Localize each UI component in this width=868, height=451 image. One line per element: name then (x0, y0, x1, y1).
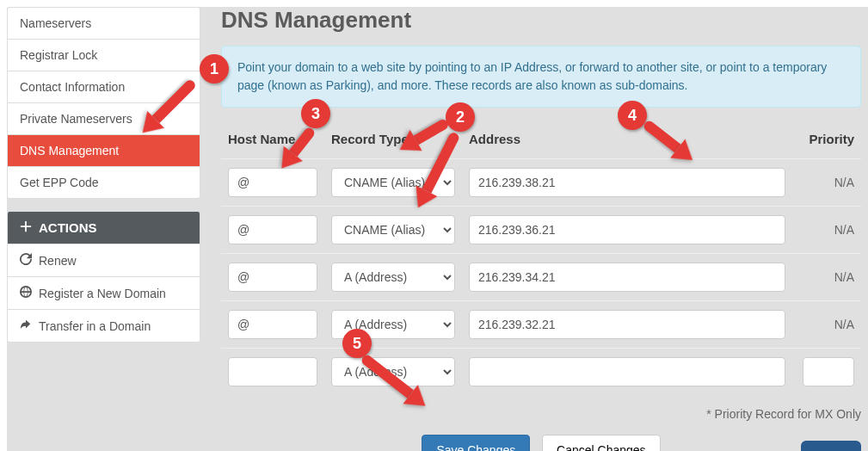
cancel-button[interactable]: Cancel Changes (542, 435, 661, 451)
priority-input[interactable] (803, 357, 854, 386)
address-input[interactable] (469, 168, 785, 197)
table-row: A (Address)CNAME (Alias)N/A (221, 301, 861, 349)
hostname-input[interactable] (228, 310, 317, 339)
recordtype-select[interactable]: A (Address)CNAME (Alias) (331, 310, 455, 339)
sidebar-item-registrar-lock[interactable]: Registrar Lock (8, 40, 200, 71)
save-button[interactable]: Save Changes (422, 435, 530, 451)
action-renew[interactable]: Renew (8, 244, 200, 276)
col-recordtype: Record Type (324, 125, 462, 159)
sidebar-item-dns-management[interactable]: DNS Management (8, 135, 200, 167)
hostname-input[interactable] (228, 357, 317, 386)
plus-icon (20, 220, 32, 235)
sidebar-item-nameservers[interactable]: Nameservers (8, 8, 200, 40)
address-input[interactable] (469, 357, 785, 386)
address-input[interactable] (469, 215, 785, 244)
table-row: A (Address)CNAME (Alias) (221, 349, 861, 396)
pager-decoration (801, 441, 861, 451)
action-label: Transfer in a Domain (39, 319, 151, 333)
recordtype-select[interactable]: A (Address)CNAME (Alias) (331, 263, 455, 292)
table-row: A (Address)CNAME (Alias)N/A (221, 254, 861, 301)
manage-nav: NameserversRegistrar LockContact Informa… (7, 7, 200, 199)
sidebar-item-contact-information[interactable]: Contact Information (8, 71, 200, 103)
action-transfer-in-a-domain[interactable]: Transfer in a Domain (8, 309, 200, 342)
recordtype-select[interactable]: A (Address)CNAME (Alias) (331, 357, 455, 386)
table-row: A (Address)CNAME (Alias)N/A (221, 207, 861, 254)
hostname-input[interactable] (228, 168, 317, 197)
actions-panel: ACTIONS RenewRegister a New DomainTransf… (7, 211, 200, 343)
globe-icon (20, 286, 32, 300)
priority-value: N/A (792, 159, 861, 207)
priority-value: N/A (792, 254, 861, 301)
recordtype-select[interactable]: A (Address)CNAME (Alias) (331, 168, 455, 197)
col-priority: Priority (792, 125, 861, 159)
info-alert: Point your domain to a web site by point… (221, 46, 861, 108)
table-row: A (Address)CNAME (Alias)N/A (221, 159, 861, 207)
address-input[interactable] (469, 263, 785, 292)
hostname-input[interactable] (228, 263, 317, 292)
sidebar-item-get-epp-code[interactable]: Get EPP Code (8, 167, 200, 198)
dns-records-table: Host Name Record Type Address Priority A… (221, 125, 861, 395)
col-address: Address (462, 125, 792, 159)
action-register-a-new-domain[interactable]: Register a New Domain (8, 276, 200, 309)
action-label: Renew (39, 254, 77, 268)
refresh-icon (20, 253, 32, 268)
col-hostname: Host Name (221, 125, 324, 159)
page-title: DNS Management (221, 7, 861, 34)
actions-heading-label: ACTIONS (39, 220, 97, 235)
priority-value: N/A (792, 301, 861, 349)
action-label: Register a New Domain (39, 287, 166, 300)
sidebar-item-private-nameservers[interactable]: Private Nameservers (8, 103, 200, 135)
hostname-input[interactable] (228, 215, 317, 244)
share-icon (20, 318, 32, 333)
priority-note: * Priority Record for MX Only (221, 407, 861, 421)
address-input[interactable] (469, 310, 785, 339)
recordtype-select[interactable]: A (Address)CNAME (Alias) (331, 215, 455, 244)
actions-heading: ACTIONS (8, 212, 200, 244)
priority-value: N/A (792, 207, 861, 254)
